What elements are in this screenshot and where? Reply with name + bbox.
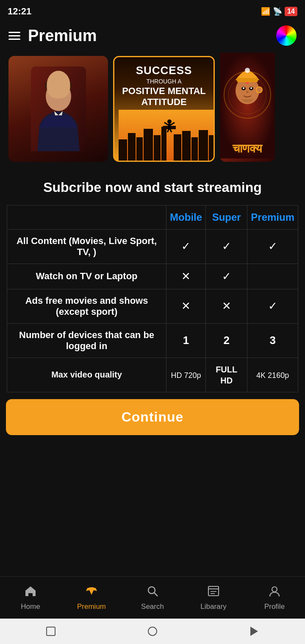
silhouette-scene [119,112,209,161]
svg-point-35 [245,68,250,73]
bottom-navigation: Home Premium Search Libara [0,576,305,619]
feature-devices: Number of devices that can be logged in [7,323,166,358]
table-row: Ads free movies and shows (except sport)… [7,289,298,323]
continue-button[interactable]: Continue [6,399,299,435]
table-row: Number of devices that can be logged in … [7,323,298,358]
svg-rect-7 [144,129,153,161]
profile-icon [268,585,281,600]
feature-ads-free: Ads free movies and shows (except sport) [7,289,166,323]
battery-indicator: 14 [285,7,297,16]
svg-rect-9 [161,127,166,161]
search-icon [146,585,159,600]
svg-rect-21 [209,135,215,161]
col-header-mobile: Mobile [166,205,206,229]
premium-icon [85,585,98,600]
svg-rect-4 [119,139,127,161]
feature-video-quality: Max video quality [7,358,166,392]
svg-rect-12 [168,124,171,129]
page-title: Premium [28,27,97,45]
cell-ads-premium: ✓ [247,289,298,323]
svg-rect-34 [237,78,258,82]
hamburger-menu[interactable] [8,32,20,40]
recents-button[interactable] [244,625,265,638]
status-time: 12:21 [8,6,31,17]
svg-rect-19 [191,137,198,161]
svg-rect-38 [208,586,219,596]
nav-label-premium: Premium [77,602,106,611]
nav-item-premium[interactable]: Premium [61,585,122,611]
chanakya-label: चाणक्य [233,142,262,155]
system-navigation [0,619,305,644]
home-icon [24,585,37,600]
cell-quality-premium: 4K 2160p [247,358,298,392]
library-icon [207,585,220,600]
svg-line-37 [154,593,158,596]
nav-label-home: Home [21,602,40,611]
app-header: Premium [0,21,305,52]
col-header-premium: Premium [247,205,298,229]
col-header-feature [7,205,166,229]
cell-watchtv-super: ✓ [206,264,247,289]
success-body: POSITIVE MENTAL ATTITUDE [119,86,209,108]
subscribe-section: Subcribe now and start streaming Mobile … [0,170,305,392]
col-header-super: Super [206,205,247,229]
svg-point-1 [46,81,71,111]
header-left: Premium [8,27,97,45]
svg-rect-20 [199,130,208,161]
cell-allcontent-mobile: ✓ [166,229,206,264]
back-button[interactable] [40,625,61,638]
carousel-item-success[interactable]: SUCCESS THROUGH A POSITIVE MENTAL ATTITU… [113,56,215,162]
feature-all-content: All Content (Movies, Live Sport, TV, ) [7,229,166,264]
content-carousel: SUCCESS THROUGH A POSITIVE MENTAL ATTITU… [0,52,305,170]
table-row: Max video quality HD 720p FULL HD 4K 216… [7,358,298,392]
svg-point-11 [167,119,172,124]
portrait-figure [31,67,86,151]
svg-rect-5 [128,133,136,161]
nav-label-profile: Profile [264,602,285,611]
portrait-svg [31,67,86,151]
svg-point-42 [272,587,277,592]
svg-point-32 [246,91,249,93]
status-right: 📶 📡 14 [261,7,297,16]
cell-watchtv-premium [247,264,298,289]
cell-devices-super: 2 [206,323,247,358]
svg-rect-18 [182,131,191,161]
subscribe-title: Subcribe now and start streaming [7,179,298,197]
color-wheel-icon[interactable] [276,25,297,46]
svg-point-36 [148,587,155,594]
table-row: Watch on TV or Laptop ✕ ✓ [7,264,298,289]
nav-item-library[interactable]: Libarary [183,585,244,611]
nav-label-library: Libarary [200,602,226,611]
cell-allcontent-premium: ✓ [247,229,298,264]
success-subtitle: THROUGH A [146,78,181,85]
svg-rect-8 [154,135,161,161]
comparison-table: Mobile Super Premium All Content (Movies… [7,205,298,392]
svg-rect-6 [136,137,143,161]
svg-point-33 [256,87,262,93]
feature-watch-tv: Watch on TV or Laptop [7,264,166,289]
table-header-row: Mobile Super Premium [7,205,298,229]
continue-button-wrap: Continue [0,392,305,439]
nav-item-search[interactable]: Search [122,585,183,611]
nav-item-profile[interactable]: Profile [244,585,305,611]
cell-quality-super: FULL HD [206,358,247,392]
home-button[interactable] [142,625,163,638]
cell-devices-premium: 3 [247,323,298,358]
cell-watchtv-mobile: ✕ [166,264,206,289]
cell-devices-mobile: 1 [166,323,206,358]
carousel-item-chanakya[interactable]: चाणक्य [220,56,275,162]
svg-point-30 [243,87,244,89]
cell-quality-mobile: HD 720p [166,358,206,392]
cell-ads-super: ✕ [206,289,247,323]
svg-rect-17 [174,134,181,161]
signal-icon: 📶 [261,7,270,16]
nav-item-home[interactable]: Home [0,585,61,611]
wifi-icon: 📡 [273,7,282,16]
cell-ads-mobile: ✕ [166,289,206,323]
cell-allcontent-super: ✓ [206,229,247,264]
nav-label-search: Search [141,602,164,611]
table-row: All Content (Movies, Live Sport, TV, ) ✓… [7,229,298,264]
city-svg [119,110,215,161]
carousel-item-portrait[interactable] [8,56,108,162]
status-bar: 12:21 📶 📡 14 [0,0,305,21]
